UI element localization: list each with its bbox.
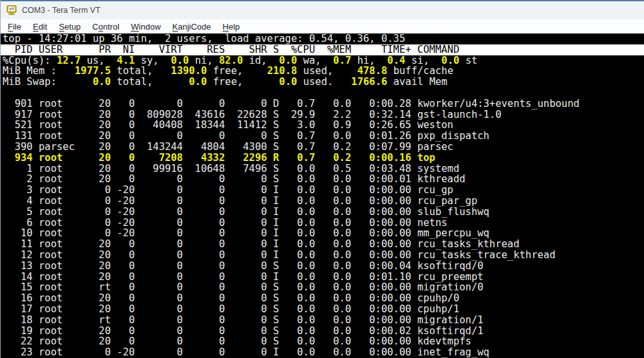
process-row: 13 root 20 0 0 0 0 S 0.0 0.0 0:00.04 kso…: [1, 261, 644, 272]
process-row: 4 root 0 -20 0 0 0 I 0.0 0.0 0:00.00 rcu…: [1, 196, 644, 207]
cpu-summary-line: %Cpu(s): 12.7 us, 4.1 sy, 0.0 ni, 82.0 i…: [1, 55, 644, 66]
process-row: 22 root 20 0 0 0 0 S 0.0 0.0 0:00.00 kde…: [1, 336, 644, 347]
process-row: 917 root 20 0 809028 43616 22628 S 29.9 …: [1, 109, 644, 120]
process-row: 2 root 20 0 0 0 0 S 0.0 0.0 0:00.01 kthr…: [1, 174, 644, 185]
table-header: PID USER PR NI VIRT RES SHR S %CPU %MEM …: [1, 44, 644, 55]
process-row: 14 root 20 0 0 0 0 I 0.0 0.0 0:01.10 rcu…: [1, 272, 644, 283]
process-row: 5 root 0 -20 0 0 0 I 0.0 0.0 0:00.00 slu…: [1, 207, 644, 218]
process-row: 23 root 0 -20 0 0 0 I 0.0 0.0 0:00.00 in…: [1, 347, 644, 358]
menu-item-kanjicode[interactable]: KanjiCode: [167, 21, 217, 33]
mem-summary-line: MiB Mem : 1977.5 total, 1390.0 free, 210…: [1, 66, 644, 77]
process-row: 1 root 20 0 99916 10648 7496 S 0.0 0.5 0…: [1, 164, 644, 174]
process-row: 10 root 0 -20 0 0 0 I 0.0 0.0 0:00.00 mm…: [1, 228, 644, 239]
process-row: 6 root 0 -20 0 0 0 I 0.0 0.0 0:00.00 net…: [1, 218, 644, 229]
window-title: COM3 - Tera Term VT: [22, 6, 100, 15]
process-row: 390 parsec 20 0 143244 4804 4300 S 0.7 0…: [1, 142, 644, 153]
process-row: 19 root 20 0 0 0 0 S 0.0 0.0 0:00.02 kso…: [1, 326, 644, 337]
process-row: 934 root 20 0 7208 4332 2296 R 0.7 0.2 0…: [1, 153, 644, 164]
process-row: 901 root 20 0 0 0 0 D 0.7 0.0 0:00.28 kw…: [1, 99, 644, 109]
teraterm-window: VT COM3 - Tera Term VT FileEditSetupCont…: [0, 0, 644, 358]
menu-item-setup[interactable]: Setup: [53, 21, 86, 33]
menu-item-window[interactable]: Window: [125, 21, 166, 33]
process-row: 15 root rt 0 0 0 0 S 0.0 0.0 0:00.00 mig…: [1, 282, 644, 293]
menu-bar: FileEditSetupControlWindowKanjiCodeHelp: [1, 19, 644, 33]
title-bar[interactable]: VT COM3 - Tera Term VT: [1, 1, 644, 19]
uptime-line: top - 14:27:01 up 36 min, 2 users, load …: [1, 33, 644, 44]
process-row: 521 root 20 0 40408 18344 11412 S 3.0 0.…: [1, 120, 644, 131]
svg-text:VT: VT: [9, 7, 14, 11]
menu-item-control[interactable]: Control: [86, 21, 125, 33]
menu-item-edit[interactable]: Edit: [27, 21, 53, 33]
blank-line: [1, 88, 644, 99]
process-row: 17 root 20 0 0 0 0 S 0.0 0.0 0:00.00 cpu…: [1, 304, 644, 315]
process-row: 3 root 0 -20 0 0 0 I 0.0 0.0 0:00.00 rcu…: [1, 185, 644, 196]
process-row: 12 root 20 0 0 0 0 I 0.0 0.0 0:00.00 rcu…: [1, 250, 644, 261]
menu-item-file[interactable]: File: [2, 21, 27, 33]
process-row: 16 root 20 0 0 0 0 S 0.0 0.0 0:00.00 cpu…: [1, 293, 644, 304]
swap-summary-line: MiB Swap: 0.0 total, 0.0 free, 0.0 used.…: [1, 77, 644, 88]
menu-item-help[interactable]: Help: [217, 21, 246, 33]
vt-terminal-icon[interactable]: VT: [6, 5, 17, 15]
process-row: 131 root 20 0 0 0 0 S 0.7 0.0 0:01.26 px…: [1, 131, 644, 142]
terminal-screen[interactable]: top - 14:27:01 up 36 min, 2 users, load …: [1, 33, 644, 358]
process-row: 11 root 20 0 0 0 0 I 0.0 0.0 0:00.00 rcu…: [1, 239, 644, 250]
process-row: 18 root rt 0 0 0 0 S 0.0 0.0 0:00.00 mig…: [1, 315, 644, 326]
